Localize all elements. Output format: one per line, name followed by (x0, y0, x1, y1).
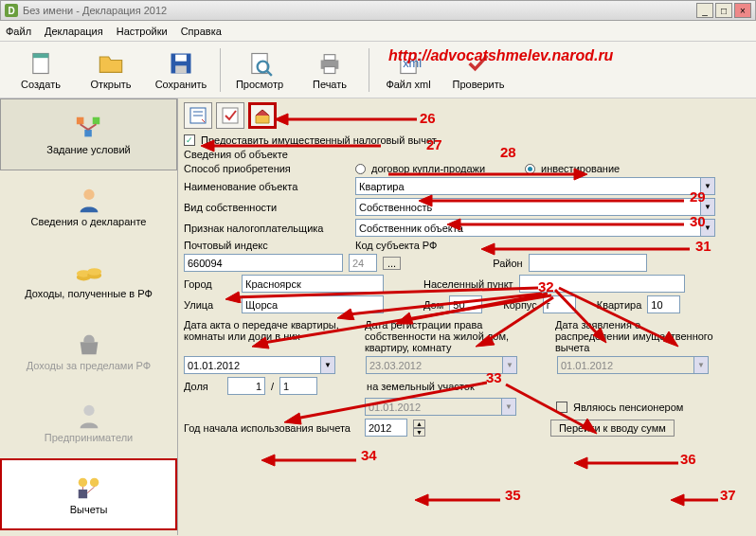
sidebar-item-income-foreign[interactable]: Доходы за пределами РФ (0, 314, 177, 386)
date-reg-label: Дата регистрации права собственности на … (365, 319, 549, 353)
city-input[interactable] (242, 275, 384, 293)
tab-standard[interactable] (184, 102, 212, 129)
house-input[interactable] (449, 295, 482, 313)
menu-declaration[interactable]: Декларация (45, 26, 103, 37)
close-button[interactable]: × (734, 3, 751, 18)
url-overlay: http://advocatshmelev.narod.ru (388, 47, 613, 64)
content-area: ✓ Предоставить имущественный налоговый в… (178, 98, 756, 535)
building-label: Корпус (503, 299, 536, 311)
region-input[interactable] (349, 254, 377, 272)
sidebar-item-deductions[interactable]: Вычеты (0, 458, 177, 530)
print-icon (316, 50, 343, 77)
date-act-combo[interactable]: 01.01.2012▼ (184, 356, 335, 374)
name-combo[interactable]: Квартира▼ (355, 177, 715, 195)
radio-contract[interactable] (355, 164, 366, 174)
year-label: Год начала использования вычета (184, 422, 359, 434)
sidebar-label: Доходы, полученные в РФ (25, 288, 153, 299)
sidebar-item-entrepreneurs[interactable]: Предприниматели (0, 386, 177, 458)
district-label: Район (493, 258, 522, 269)
share-a-input[interactable] (227, 377, 265, 395)
pensioner-label: Являюсь пенсионером (573, 402, 683, 413)
minimize-button[interactable]: _ (696, 3, 713, 18)
date-reg-combo[interactable]: 23.03.2012▼ (366, 356, 517, 374)
name-value: Квартира (359, 181, 405, 192)
year-input[interactable] (365, 419, 407, 437)
svg-rect-4 (175, 65, 187, 73)
provide-label: Предоставить имущественный налоговый выч… (201, 134, 437, 146)
date-land-combo[interactable]: 01.01.2012▼ (365, 398, 516, 416)
checkbox-icon (221, 106, 240, 125)
share-b-input[interactable] (279, 377, 317, 395)
house-label: Дом (423, 299, 443, 311)
menu-help[interactable]: Справка (181, 26, 222, 37)
divider (369, 48, 369, 92)
year-up[interactable]: ▲ (413, 420, 425, 428)
sidebar-item-income-rf[interactable]: Доходы, полученные в РФ (0, 242, 177, 314)
sidebar-label: Вычеты (70, 504, 108, 515)
svg-point-22 (87, 268, 101, 276)
preview-label: Просмотр (236, 79, 283, 90)
chevron-down-icon: ▼ (693, 357, 708, 373)
street-input[interactable] (242, 295, 384, 313)
menu-file[interactable]: Файл (6, 26, 31, 37)
deductions-icon (73, 473, 105, 502)
name-label: Наименование объекта (184, 181, 350, 192)
svg-marker-64 (261, 455, 275, 466)
conditions-icon (73, 114, 105, 142)
svg-marker-70 (671, 494, 684, 506)
sidebar-label: Доходы за пределами РФ (27, 360, 151, 371)
owner-value: Собственность (359, 202, 432, 213)
pensioner-checkbox[interactable] (556, 402, 567, 413)
radio-invest[interactable] (525, 164, 535, 174)
date-app-label: Дата заявления о распределении имуществе… (555, 319, 716, 353)
locality-input[interactable] (519, 275, 685, 293)
zip-input[interactable] (184, 254, 343, 272)
preview-icon (246, 50, 273, 77)
svg-rect-32 (223, 108, 238, 123)
window-title: Без имени - Декларация 2012 (23, 5, 696, 16)
house-icon (253, 106, 272, 125)
list-icon (189, 106, 207, 125)
owner-combo[interactable]: Собственность▼ (355, 198, 715, 216)
region-browse-button[interactable]: ... (383, 257, 401, 270)
date-app-combo[interactable]: 01.01.2012▼ (557, 356, 709, 374)
maximize-button[interactable]: □ (715, 3, 732, 18)
tab-social[interactable] (216, 102, 244, 129)
sidebar-label: Предприниматели (45, 432, 133, 443)
annotation-36: 36 (680, 451, 696, 467)
flat-input[interactable] (647, 295, 680, 313)
print-button[interactable]: Печать (295, 44, 365, 97)
save-button[interactable]: Сохранить (146, 44, 216, 97)
taxpayer-combo[interactable]: Собственник объекта▼ (355, 219, 715, 237)
sidebar-item-declarant[interactable]: Сведения о декларанте (0, 170, 177, 242)
chevron-down-icon: ▼ (700, 220, 714, 236)
sidebar-item-conditions[interactable]: Задание условий (0, 98, 177, 170)
tab-property[interactable] (248, 102, 277, 129)
year-down[interactable]: ▼ (413, 428, 425, 437)
zip-label: Почтовый индекс (184, 240, 350, 251)
district-input[interactable] (529, 254, 647, 272)
provide-checkbox[interactable]: ✓ (184, 134, 195, 146)
sidebar-label: Сведения о декларанте (31, 216, 147, 227)
create-button[interactable]: Создать (6, 44, 76, 97)
chevron-down-icon: ▼ (320, 357, 334, 373)
date-act-value: 01.01.2012 (188, 360, 240, 371)
svg-point-26 (89, 478, 98, 487)
svg-marker-66 (415, 494, 428, 506)
bag-icon (73, 330, 105, 358)
svg-rect-15 (84, 130, 92, 137)
building-input[interactable] (543, 295, 576, 313)
menu-settings[interactable]: Настройки (117, 26, 168, 37)
chevron-down-icon: ▼ (501, 399, 515, 415)
goto-sums-button[interactable]: Перейти к вводу сумм (550, 420, 675, 437)
toolbar: Создать Открыть Сохранить Просмотр Печат… (0, 42, 756, 98)
svg-line-16 (80, 124, 87, 130)
divider (220, 48, 221, 92)
radio-invest-label: инвестирование (541, 163, 620, 174)
owner-label: Вид собственности (184, 202, 350, 213)
sidebar: Задание условий Сведения о декларанте До… (0, 98, 178, 535)
date-app-value: 01.01.2012 (561, 360, 613, 371)
preview-button[interactable]: Просмотр (225, 44, 295, 97)
flat-label: Квартира (597, 299, 642, 311)
open-button[interactable]: Открыть (76, 44, 146, 97)
